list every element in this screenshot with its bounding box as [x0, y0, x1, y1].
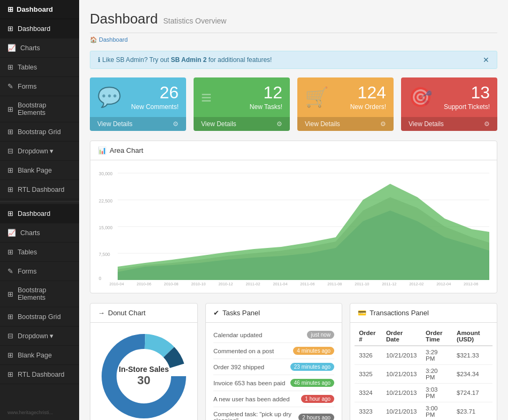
table-cell: $321.33	[452, 346, 492, 365]
svg-text:2010-08: 2010-08	[164, 282, 179, 285]
sidebar-item-charts-1[interactable]: 📈 Charts	[0, 38, 79, 58]
sidebar-item-blank-1[interactable]: ⊞ Blank Page	[0, 161, 79, 180]
blank2-icon: ⊞	[7, 351, 13, 359]
donut-chart-icon: →	[98, 309, 105, 317]
sidebar-item-forms-2[interactable]: ✎ Forms	[0, 262, 79, 281]
sidebar-item-tables-1[interactable]: ⊞ Tables	[0, 58, 79, 77]
transactions-table-header: Order #Order DateOrder TimeAmount (USD)	[355, 327, 492, 346]
svg-text:30,000: 30,000	[99, 171, 113, 176]
sidebar-item-rtl-1[interactable]: ⊞ RTL Dashboard	[0, 180, 79, 199]
dropdown-icon: ⊟	[7, 147, 13, 155]
task-item: Completed task: "pick up dry cleaning"2 …	[213, 407, 334, 420]
transactions-table-header-cell: Order Date	[382, 327, 421, 346]
task-item: Order 392 shipped23 minutes ago	[213, 359, 334, 375]
area-chart-panel: 📊 Area Chart 30,000 22,500 15,000 7,500 …	[90, 141, 497, 293]
table-cell: 10/21/2013	[382, 402, 421, 421]
donut-container: In-Store Sales 30	[90, 323, 197, 420]
area-chart-svg: 30,000 22,500 15,000 7,500 0	[98, 168, 489, 285]
area-chart-heading: 📊 Area Chart	[90, 141, 497, 160]
bottom-row: → Donut Chart In-Store Sales 30	[90, 303, 497, 420]
svg-text:2012-04: 2012-04	[436, 282, 451, 285]
sidebar-item-bootstrap-elements-2[interactable]: ⊞ Bootstrap Elements	[0, 281, 79, 307]
task-list: Calendar updatedjust nowCommented on a p…	[213, 327, 334, 420]
breadcrumb-icon: 🏠	[90, 36, 97, 43]
page-title: Dashboard	[90, 11, 158, 27]
area-chart-body: 30,000 22,500 15,000 7,500 0	[90, 160, 497, 293]
table-cell: 3325	[355, 365, 382, 384]
sidebar-item-dropdown-2[interactable]: ⊟ Dropdown ▾	[0, 326, 79, 346]
svg-text:2010-04: 2010-04	[110, 282, 125, 285]
sidebar-item-dropdown-1[interactable]: ⊟ Dropdown ▾	[0, 142, 79, 161]
alert-link[interactable]: SB Admin 2	[171, 56, 206, 64]
donut-center-value: 30	[119, 374, 168, 387]
stat-card-bottom-comments[interactable]: View Details ⚙	[90, 117, 186, 131]
svg-text:2010-10: 2010-10	[191, 282, 206, 285]
donut-chart-heading: → Donut Chart	[90, 304, 197, 323]
svg-text:22,500: 22,500	[99, 198, 113, 204]
sidebar-item-label: Forms	[18, 268, 36, 275]
stat-card-bottom-orders[interactable]: View Details ⚙	[297, 117, 394, 131]
sidebar-item-label: Charts	[20, 44, 40, 52]
sidebar-item-label: Blank Page	[18, 352, 52, 359]
tables-icon: ⊞	[7, 63, 13, 71]
transactions-table-header-cell: Order Time	[421, 327, 452, 346]
orders-view-link[interactable]: View Details	[305, 120, 340, 128]
transactions-panel-title: Transactions Panel	[370, 309, 429, 317]
tasks-panel: ✔ Tasks Panel Calendar updatedjust nowCo…	[205, 303, 342, 420]
sidebar-item-bootstrap-grid-1[interactable]: ⊞ Bootstrap Grid	[0, 122, 79, 142]
donut-label: In-Store Sales 30	[119, 365, 168, 387]
tasks-icon: ≡	[201, 87, 212, 108]
stat-card-bottom-tasks[interactable]: View Details ⚙	[194, 117, 290, 131]
svg-text:2011-06: 2011-06	[300, 282, 314, 285]
sidebar-item-label: Forms	[18, 83, 36, 90]
stat-card-top-orders: 🛒 124 New Orders!	[297, 77, 394, 117]
transactions-panel: 💳 Transactions Panel Order #Order DateOr…	[350, 303, 497, 420]
charts2-icon: 📈	[7, 229, 16, 237]
table-cell: $23.71	[452, 402, 492, 421]
stat-card-top-tickets: 🎯 13 Support Tickets!	[401, 77, 497, 117]
sidebar-item-label: Bootstrap Grid	[18, 128, 61, 136]
sidebar-item-tables-2[interactable]: ⊞ Tables	[0, 243, 79, 262]
sidebar-item-bootstrap-grid-2[interactable]: ⊞ Bootstrap Grid	[0, 307, 79, 326]
transactions-table: Order #Order DateOrder TimeAmount (USD) …	[355, 327, 492, 420]
sidebar-item-charts-2[interactable]: 📈 Charts	[0, 223, 79, 243]
stat-card-info-comments: 26 New Comments!	[131, 84, 179, 111]
breadcrumb-link[interactable]: Dashboard	[99, 36, 128, 43]
sidebar-item-label: RTL Dashboard	[18, 371, 65, 378]
table-cell: 3:00 PM	[421, 402, 452, 421]
task-item: Invoice 653 has been paid46 minutes ago	[213, 375, 334, 391]
table-row: 332510/21/20133:20 PM$234.34	[355, 365, 492, 384]
area-chart-icon: 📊	[98, 146, 106, 154]
alert-close-button[interactable]: ✕	[483, 56, 489, 64]
transactions-table-header-cell: Amount (USD)	[452, 327, 492, 346]
sidebar-item-forms-1[interactable]: ✎ Forms	[0, 77, 79, 96]
sidebar-item-label: Blank Page	[18, 167, 52, 174]
tickets-view-link[interactable]: View Details	[409, 120, 444, 128]
sidebar-item-rtl-2[interactable]: ⊞ RTL Dashboard	[0, 365, 79, 384]
stat-card-bottom-tickets[interactable]: View Details ⚙	[401, 117, 497, 131]
table-cell: 3326	[355, 346, 382, 365]
brand-icon: ⊞	[7, 5, 13, 13]
donut-chart-panel: → Donut Chart In-Store Sales 30	[90, 303, 198, 420]
stat-card-info-orders: 124 New Orders!	[350, 84, 386, 111]
comments-label: New Comments!	[131, 103, 179, 111]
sidebar-item-bootstrap-elements-1[interactable]: ⊞ Bootstrap Elements	[0, 96, 79, 122]
forms-icon: ✎	[7, 82, 13, 90]
area-chart-title: Area Chart	[110, 146, 143, 154]
transactions-table-body: 332610/21/20133:29 PM$321.33332510/21/20…	[355, 346, 492, 420]
stat-card-top-comments: 💬 26 New Comments!	[90, 77, 186, 117]
transactions-header-row: Order #Order DateOrder TimeAmount (USD)	[355, 327, 492, 346]
tasks-view-link[interactable]: View Details	[201, 120, 236, 128]
sidebar-item-dashboard-1[interactable]: ⊞ Dashboard	[0, 19, 79, 38]
svg-text:2010-12: 2010-12	[218, 282, 233, 285]
sidebar-item-label: Bootstrap Elements	[18, 286, 72, 301]
sidebar-item-blank-2[interactable]: ⊞ Blank Page	[0, 346, 79, 365]
bootstrap-icon: ⊞	[7, 105, 13, 113]
forms2-icon: ✎	[7, 267, 13, 275]
comments-view-link[interactable]: View Details	[97, 120, 133, 128]
orders-icon: 🛒	[305, 86, 329, 108]
svg-text:2010-06: 2010-06	[137, 282, 151, 285]
sidebar-item-dashboard-2[interactable]: ⊞ Dashboard	[0, 204, 79, 223]
bootstrap2-icon: ⊞	[7, 290, 13, 298]
tasks-panel-icon: ✔	[213, 309, 219, 317]
